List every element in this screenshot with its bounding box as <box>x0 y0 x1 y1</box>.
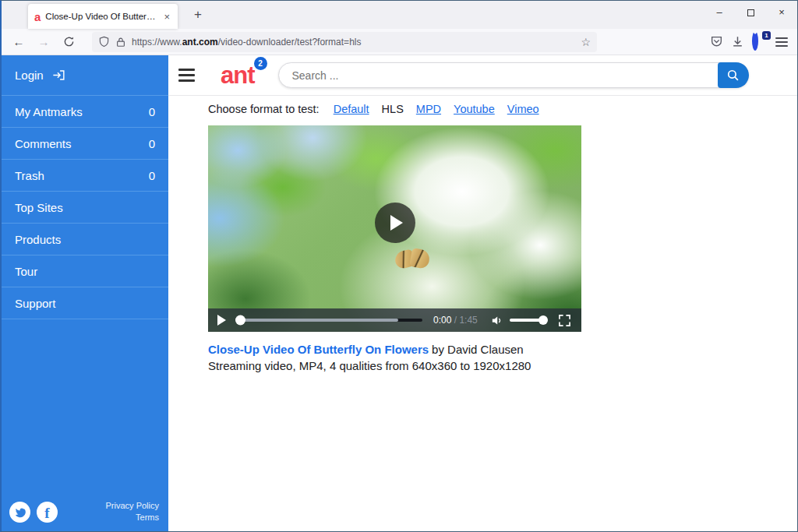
lock-icon[interactable] <box>115 37 126 48</box>
ant-logo[interactable]: ant 2 <box>221 63 255 87</box>
duration: 1:45 <box>459 315 477 326</box>
content: Choose format to test: Default HLS MPD Y… <box>168 96 797 374</box>
ant-extension-icon[interactable]: 1 <box>752 34 768 50</box>
back-button[interactable]: ← <box>8 32 30 52</box>
site-header: ant 2 <box>168 55 797 96</box>
window-controls: – × <box>704 1 797 24</box>
sidebar-item-tour[interactable]: Tour <box>2 255 168 287</box>
sidebar-item-support[interactable]: Support <box>2 287 168 319</box>
url-bar[interactable]: https://www.ant.com/video-downloader/tes… <box>92 32 597 52</box>
sidebar-item-trash[interactable]: Trash 0 <box>2 160 168 192</box>
bookmark-star-icon[interactable]: ☆ <box>581 36 591 48</box>
extension-badge: 1 <box>762 31 771 40</box>
minimize-button[interactable]: – <box>704 1 735 24</box>
sidebar-item-label: Comments <box>15 137 72 150</box>
format-link-vimeo[interactable]: Vimeo <box>507 103 539 115</box>
extension-ring-icon <box>752 31 758 51</box>
trash-count-badge: 0 <box>149 169 155 182</box>
sidebar-item-label: Tour <box>15 265 37 278</box>
tab-bar: a Close-Up Video Of Butterfly On × + – × <box>2 1 797 29</box>
terms-link[interactable]: Terms <box>106 512 159 523</box>
video-title-link[interactable]: Close-Up Video Of Butterfly On Flowers <box>208 343 429 356</box>
sidebar-footer: f Privacy Policy Terms <box>9 500 159 523</box>
twitter-button[interactable] <box>9 502 30 523</box>
site-menu-button[interactable] <box>178 69 195 82</box>
url-text: https://www.ant.com/video-downloader/tes… <box>132 37 575 48</box>
downloads-icon[interactable] <box>731 35 744 48</box>
search-icon <box>726 69 740 82</box>
volume-icon[interactable] <box>490 314 503 327</box>
volume-handle[interactable] <box>538 315 548 325</box>
fullscreen-icon <box>559 315 570 326</box>
page-viewport: Login My Antmarks 0 Comments 0 Trash 0 T… <box>2 55 797 531</box>
search-input[interactable] <box>278 62 749 88</box>
reload-icon <box>63 36 75 48</box>
play-button[interactable] <box>217 315 226 326</box>
privacy-policy-link[interactable]: Privacy Policy <box>106 500 159 512</box>
navigation-bar: ← → https://www.ant.com/video-downloader… <box>2 29 797 55</box>
facebook-icon: f <box>44 506 49 520</box>
close-window-button[interactable]: × <box>766 1 797 24</box>
video-player[interactable]: 0:00 / 1:45 <box>208 125 581 332</box>
current-time: 0:00 <box>433 315 451 326</box>
big-play-button[interactable] <box>375 203 415 243</box>
browser-menu-button[interactable] <box>775 37 788 47</box>
twitter-icon <box>14 506 26 518</box>
fullscreen-button[interactable] <box>559 315 570 326</box>
toolbar-right: 1 <box>710 34 791 50</box>
sidebar-item-label: Support <box>15 297 56 310</box>
volume-controls <box>490 314 546 327</box>
sidebar-item-comments[interactable]: Comments 0 <box>2 128 168 160</box>
video-meta: Close-Up Video Of Butterfly On Flowersby… <box>208 341 797 374</box>
browser-window: a Close-Up Video Of Butterfly On × + – ×… <box>0 0 798 532</box>
tab-title: Close-Up Video Of Butterfly On <box>45 12 157 21</box>
sidebar-item-login[interactable]: Login <box>2 55 168 96</box>
play-icon <box>390 215 403 231</box>
new-tab-button[interactable]: + <box>187 4 209 26</box>
sidebar-item-label: Login <box>15 69 44 82</box>
shield-icon[interactable] <box>98 36 110 48</box>
video-description: Streaming video, MP4, 4 qualities from 6… <box>208 358 797 374</box>
sidebar-item-label: My Antmarks <box>15 105 83 118</box>
sidebar-item-top-sites[interactable]: Top Sites <box>2 192 168 224</box>
reload-button[interactable] <box>58 32 79 52</box>
search-bar <box>278 62 749 88</box>
sidebar-item-products[interactable]: Products <box>2 224 168 255</box>
time-display: 0:00 / 1:45 <box>433 315 478 326</box>
tab-close-icon[interactable]: × <box>162 11 171 23</box>
video-byline: by David Clausen <box>432 343 524 356</box>
pocket-icon[interactable] <box>710 35 723 48</box>
facebook-button[interactable]: f <box>37 502 58 523</box>
logo-version-badge: 2 <box>254 57 267 70</box>
sidebar-item-label: Products <box>15 233 61 246</box>
format-selector-row: Choose format to test: Default HLS MPD Y… <box>208 103 797 115</box>
format-link-youtube[interactable]: Youtube <box>454 103 495 115</box>
video-controls-bar: 0:00 / 1:45 <box>208 308 581 332</box>
format-link-mpd[interactable]: MPD <box>416 103 441 115</box>
maximize-icon <box>747 9 754 16</box>
search-button[interactable] <box>718 62 749 88</box>
browser-tab[interactable]: a Close-Up Video Of Butterfly On × <box>28 4 178 29</box>
forward-button[interactable]: → <box>33 32 55 52</box>
video-title-row: Close-Up Video Of Butterfly On Flowersby… <box>208 341 797 358</box>
sidebar-item-label: Top Sites <box>15 201 63 214</box>
main-area: ant 2 Choose format to test: Default HLS… <box>168 55 797 531</box>
format-current-hls: HLS <box>382 103 404 115</box>
sidebar-item-label: Trash <box>15 169 44 182</box>
sidebar: Login My Antmarks 0 Comments 0 Trash 0 T… <box>2 55 168 531</box>
buffered-progress <box>237 319 398 322</box>
sidebar-item-my-antmarks[interactable]: My Antmarks 0 <box>2 96 168 128</box>
butterfly-image <box>395 249 431 273</box>
seek-handle[interactable] <box>235 315 245 326</box>
format-label: Choose format to test: <box>208 103 320 115</box>
ant-favicon-icon: a <box>34 11 41 23</box>
format-link-default[interactable]: Default <box>334 103 369 115</box>
comments-count-badge: 0 <box>149 137 155 150</box>
maximize-button[interactable] <box>735 1 766 24</box>
ant-logo-text: ant <box>221 62 255 89</box>
volume-slider[interactable] <box>510 319 546 322</box>
login-icon <box>51 68 66 83</box>
sidebar-legal-links: Privacy Policy Terms <box>106 500 159 523</box>
seek-bar[interactable] <box>237 319 422 322</box>
antmarks-count-badge: 0 <box>149 105 155 118</box>
